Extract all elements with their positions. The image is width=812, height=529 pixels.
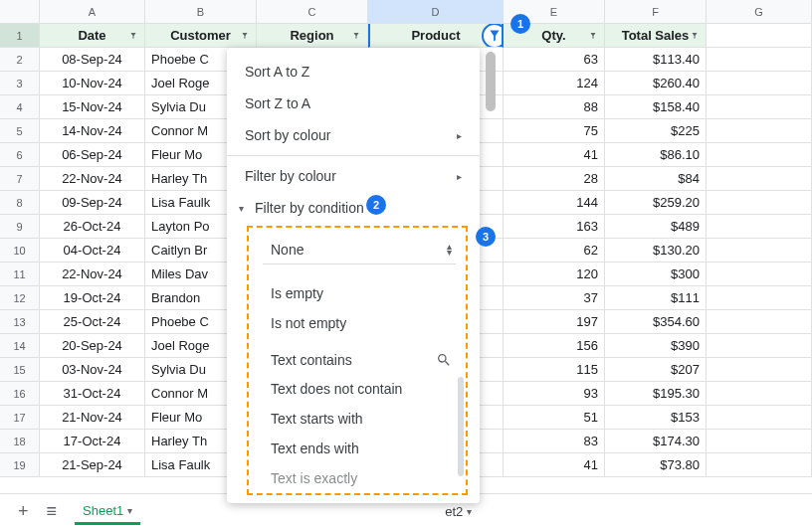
cell-total[interactable]: $111 [605,286,707,310]
row-header-18[interactable]: 18 [0,430,40,453]
sheet-tab-1[interactable]: Sheet1▾ [75,499,140,525]
cell-qty[interactable]: 156 [504,334,605,358]
condition-select[interactable]: None ▴▾ [263,236,456,264]
row-header-14[interactable]: 14 [0,334,40,358]
cell-date[interactable]: 03-Nov-24 [40,358,145,382]
cell-qty[interactable]: 75 [504,119,605,143]
cell-qty[interactable]: 62 [504,239,605,263]
filter-icon[interactable] [238,29,252,43]
filter-icon[interactable] [349,29,363,43]
row-header-17[interactable]: 17 [0,406,40,430]
header-cell-B[interactable]: Customer [145,24,257,48]
col-header-D[interactable]: D [368,0,504,24]
cell-G1[interactable] [707,24,812,48]
filter-icon[interactable] [688,29,702,43]
row-header-2[interactable]: 2 [0,48,40,72]
select-all-corner[interactable] [0,0,40,24]
cell-total[interactable]: $489 [605,215,707,239]
cond-opt-text-not-contain[interactable]: Text does not contain [249,374,466,404]
cell-total[interactable]: $390 [605,334,707,358]
cell-empty[interactable] [707,334,812,358]
cell-total[interactable]: $300 [605,263,707,286]
cell-qty[interactable]: 83 [504,430,605,453]
cell-qty[interactable]: 41 [504,143,605,167]
cell-qty[interactable]: 197 [504,310,605,334]
row-header-11[interactable]: 11 [0,263,40,286]
filter-icon[interactable] [586,29,600,43]
row-header-5[interactable]: 5 [0,119,40,143]
cell-empty[interactable] [707,191,812,215]
col-header-B[interactable]: B [145,0,257,24]
col-header-F[interactable]: F [605,0,707,24]
col-header-G[interactable]: G [707,0,812,24]
cond-opt-text-contains[interactable]: Text contains [271,352,352,368]
cond-opt-text-exactly[interactable]: Text is exactly [249,463,466,493]
cell-total[interactable]: $86.10 [605,143,707,167]
cell-total[interactable]: $84 [605,167,707,191]
header-cell-C[interactable]: Region [257,24,368,48]
search-icon[interactable] [436,352,452,368]
cell-total[interactable]: $354.60 [605,310,707,334]
row-header-7[interactable]: 7 [0,167,40,191]
condition-scrollbar[interactable] [458,377,464,476]
row-header-13[interactable]: 13 [0,310,40,334]
cell-empty[interactable] [707,167,812,191]
cell-empty[interactable] [707,358,812,382]
cell-date[interactable]: 17-Oct-24 [40,430,145,453]
row-header-9[interactable]: 9 [0,215,40,239]
cell-date[interactable]: 09-Sep-24 [40,191,145,215]
cell-qty[interactable]: 37 [504,286,605,310]
col-header-A[interactable]: A [40,0,145,24]
cell-date[interactable]: 20-Sep-24 [40,334,145,358]
cell-empty[interactable] [707,119,812,143]
row-header-10[interactable]: 10 [0,239,40,263]
filter-by-colour[interactable]: Filter by colour▸ [227,160,480,192]
col-header-C[interactable]: C [257,0,368,24]
cell-date[interactable]: 06-Sep-24 [40,143,145,167]
cell-qty[interactable]: 88 [504,95,605,119]
cell-date[interactable]: 21-Nov-24 [40,406,145,430]
filter-icon-active[interactable] [482,24,504,48]
cell-date[interactable]: 08-Sep-24 [40,48,145,72]
sheet-tab-2[interactable]: et2▾ [437,500,480,523]
cell-total[interactable]: $113.40 [605,48,707,72]
cond-opt-text-starts-with[interactable]: Text starts with [249,404,466,434]
cell-date[interactable]: 14-Nov-24 [40,119,145,143]
row-header-15[interactable]: 15 [0,358,40,382]
header-cell-D[interactable]: Product [368,24,504,48]
cell-empty[interactable] [707,382,812,406]
cell-total[interactable]: $130.20 [605,239,707,263]
cell-empty[interactable] [707,72,812,95]
row-header-4[interactable]: 4 [0,95,40,119]
cell-qty[interactable]: 93 [504,382,605,406]
cell-qty[interactable]: 163 [504,215,605,239]
add-sheet-button[interactable]: + [18,501,29,522]
cell-date[interactable]: 26-Oct-24 [40,215,145,239]
cell-qty[interactable]: 28 [504,167,605,191]
cell-qty[interactable]: 120 [504,263,605,286]
filter-by-condition[interactable]: Filter by condition [227,192,480,224]
cell-empty[interactable] [707,95,812,119]
cell-total[interactable]: $259.20 [605,191,707,215]
sort-a-to-z[interactable]: Sort A to Z [227,56,480,88]
header-cell-F[interactable]: Total Sales [605,24,707,48]
cell-empty[interactable] [707,215,812,239]
cell-date[interactable]: 25-Oct-24 [40,310,145,334]
cell-date[interactable]: 19-Oct-24 [40,286,145,310]
cell-total[interactable]: $195.30 [605,382,707,406]
cell-total[interactable]: $158.40 [605,95,707,119]
cell-total[interactable]: $260.40 [605,72,707,95]
cell-qty[interactable]: 63 [504,48,605,72]
cell-empty[interactable] [707,48,812,72]
row-header-8[interactable]: 8 [0,191,40,215]
cell-empty[interactable] [707,430,812,453]
cell-empty[interactable] [707,263,812,286]
cell-empty[interactable] [707,239,812,263]
row-header-6[interactable]: 6 [0,143,40,167]
cond-opt-text-ends-with[interactable]: Text ends with [249,434,466,463]
cell-total[interactable]: $153 [605,406,707,430]
cell-qty[interactable]: 115 [504,358,605,382]
cell-empty[interactable] [707,143,812,167]
cell-qty[interactable]: 41 [504,453,605,477]
cell-empty[interactable] [707,286,812,310]
